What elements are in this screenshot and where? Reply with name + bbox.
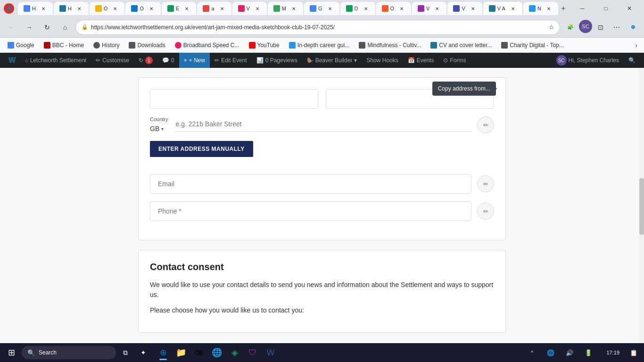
- close-icon[interactable]: ✕: [290, 5, 297, 12]
- volume-button[interactable]: 🔊: [561, 344, 578, 361]
- tab-1[interactable]: H ✕: [18, 2, 53, 15]
- comments-item[interactable]: 💬 0: [157, 53, 179, 68]
- phone-input[interactable]: [150, 201, 471, 221]
- bookmark-career[interactable]: In-depth career gui...: [285, 40, 354, 50]
- close-icon[interactable]: ✕: [326, 5, 334, 12]
- word-button[interactable]: W: [262, 344, 279, 361]
- close-icon[interactable]: ✕: [111, 5, 119, 12]
- battery-button[interactable]: 🔋: [580, 344, 597, 361]
- widgets-button[interactable]: ✦: [135, 344, 152, 361]
- forward-button[interactable]: →: [22, 20, 37, 35]
- menu-button[interactable]: ⋯: [609, 20, 624, 35]
- country-selector[interactable]: GB ▾: [150, 125, 168, 132]
- close-icon[interactable]: ✕: [545, 5, 553, 12]
- wp-logo-item[interactable]: W: [4, 53, 20, 68]
- bookmark-charity[interactable]: Charity Digital - Top...: [497, 40, 568, 50]
- home-button[interactable]: ⌂: [58, 20, 73, 35]
- close-icon[interactable]: ✕: [75, 5, 83, 12]
- tab-8[interactable]: M ✕: [268, 2, 303, 15]
- tab-11[interactable]: O ✕: [376, 2, 412, 15]
- forms-label: Forms: [450, 57, 466, 64]
- tab-12[interactable]: V ✕: [412, 2, 446, 15]
- scrollbar-thumb[interactable]: [639, 178, 644, 235]
- close-icon[interactable]: ✕: [433, 5, 441, 12]
- back-button[interactable]: ←: [4, 20, 19, 35]
- bookmark-google[interactable]: Google: [4, 40, 38, 50]
- new-item[interactable]: + + New: [179, 53, 210, 68]
- bookmark-cv[interactable]: CV and cover letter...: [427, 40, 495, 50]
- admin-search-button[interactable]: 🔍: [624, 53, 640, 68]
- phone-edit-button[interactable]: ✏: [477, 203, 494, 220]
- taskbar-search-box[interactable]: 🔍 Search: [22, 346, 116, 359]
- edge2-button[interactable]: ◈: [226, 344, 243, 361]
- extensions-button[interactable]: 🧩: [563, 20, 578, 35]
- pageviews-item[interactable]: 📊 0 Pageviews: [252, 53, 302, 68]
- tab-6[interactable]: a ✕: [197, 2, 231, 15]
- network-icon-button[interactable]: 🌐: [542, 344, 559, 361]
- task-view-icon: ⧉: [123, 349, 128, 357]
- refresh-button[interactable]: ↻: [40, 20, 55, 35]
- file-explorer-button[interactable]: 📁: [173, 344, 190, 361]
- profile-button[interactable]: 👤: [4, 3, 14, 14]
- country-label: Country: [150, 116, 168, 122]
- close-icon[interactable]: ✕: [254, 5, 261, 12]
- clock[interactable]: 17:19: [603, 350, 623, 355]
- edit-event-item[interactable]: ✏ Edit Event: [210, 53, 252, 68]
- tab-15[interactable]: N ✕: [523, 2, 558, 15]
- bookmark-bbc[interactable]: BBC - Home: [40, 40, 88, 50]
- updates-item[interactable]: ↻ 1: [134, 53, 157, 68]
- profile-avatar[interactable]: SC: [579, 20, 592, 33]
- tab-2[interactable]: H ✕: [54, 2, 89, 15]
- chrome-button[interactable]: 🌐: [208, 344, 225, 361]
- customise-item[interactable]: ✏ Customise: [91, 53, 134, 68]
- tab-4[interactable]: O ✕: [125, 2, 161, 15]
- tab-13[interactable]: V ✕: [447, 2, 482, 15]
- start-button[interactable]: ⊞: [2, 345, 21, 360]
- events-item[interactable]: 📅 Events: [403, 53, 439, 68]
- email-edit-button[interactable]: ✏: [477, 175, 494, 192]
- close-icon[interactable]: ✕: [469, 5, 477, 12]
- close-icon[interactable]: ✕: [218, 5, 226, 12]
- site-name-item[interactable]: ⌂ Letchworth Settlement: [20, 53, 91, 68]
- close-icon[interactable]: ✕: [509, 5, 517, 12]
- more-bookmarks-button[interactable]: ›: [632, 40, 640, 51]
- windows-store-button[interactable]: 🛍: [190, 344, 207, 361]
- edge-app-button[interactable]: ⊕: [155, 344, 172, 361]
- user-info[interactable]: SC Hi, Stephen Charles: [552, 53, 624, 68]
- vpn-button[interactable]: 🛡: [244, 344, 261, 361]
- address-edit-button[interactable]: ✏: [477, 116, 494, 133]
- new-tab-button[interactable]: +: [559, 2, 568, 15]
- tab-3[interactable]: O ✕: [90, 2, 125, 15]
- close-icon[interactable]: ✕: [183, 5, 190, 12]
- maximize-button[interactable]: □: [595, 1, 617, 16]
- show-hooks-item[interactable]: Show Hooks: [362, 53, 403, 68]
- forms-item[interactable]: ⊙ Forms: [438, 53, 471, 68]
- close-icon[interactable]: ✕: [398, 5, 405, 12]
- bookmark-history[interactable]: History: [90, 40, 123, 50]
- tab-7[interactable]: V ✕: [232, 2, 267, 15]
- bookmark-icon[interactable]: ☆: [549, 24, 554, 31]
- email-input[interactable]: [150, 174, 471, 194]
- close-icon[interactable]: ✕: [362, 5, 370, 12]
- tab-9[interactable]: G ✕: [304, 2, 339, 15]
- bookmark-downloads[interactable]: Downloads: [125, 40, 169, 50]
- bookmark-broadband[interactable]: Broadband Speed C...: [171, 40, 243, 50]
- close-button[interactable]: ✕: [619, 1, 640, 16]
- tab-active[interactable]: V A ✕: [483, 2, 522, 15]
- enter-address-manually-button[interactable]: ENTER ADDRESS MANUALLY: [150, 141, 253, 157]
- tab-10[interactable]: D ✕: [340, 2, 375, 15]
- tab-5[interactable]: E ✕: [162, 2, 196, 15]
- address-bar[interactable]: 🔒 https://www.letchworthsettlement.org.u…: [75, 20, 560, 35]
- task-view-button[interactable]: ⧉: [117, 344, 134, 361]
- bookmark-youtube[interactable]: YouTube: [245, 40, 283, 50]
- show-hidden-icons[interactable]: ^: [523, 344, 540, 361]
- close-icon[interactable]: ✕: [40, 5, 47, 12]
- minimize-button[interactable]: ─: [571, 1, 593, 16]
- notification-center-button[interactable]: 📋: [625, 344, 642, 361]
- sidebar-button[interactable]: ⊡: [593, 20, 608, 35]
- bookmark-mindfulness[interactable]: Mindfulness - Cultiv...: [355, 40, 425, 50]
- close-icon[interactable]: ✕: [148, 5, 155, 12]
- first-name-input[interactable]: [150, 89, 318, 109]
- address-search-input[interactable]: [174, 116, 471, 132]
- beaver-builder-item[interactable]: 🦫 Beaver Builder ▾: [302, 53, 362, 68]
